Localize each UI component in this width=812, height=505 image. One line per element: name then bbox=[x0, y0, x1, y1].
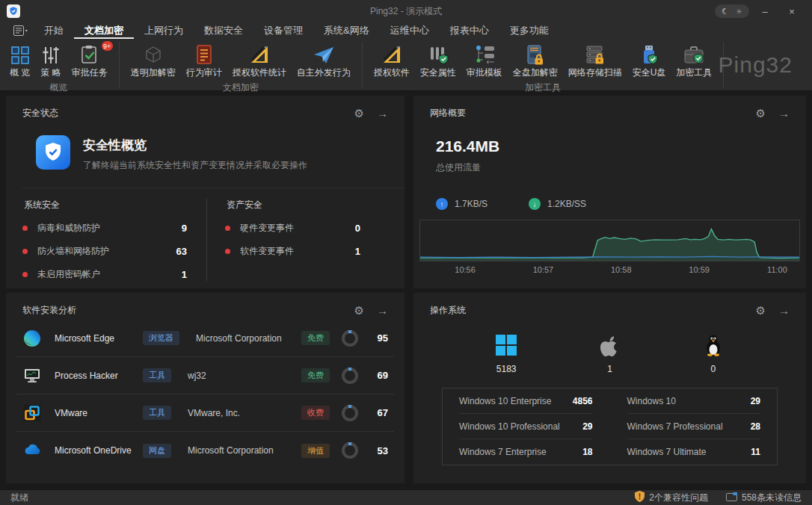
metric-label: 防火墙和网络防护 bbox=[37, 245, 109, 258]
arrow-forward-icon[interactable]: → bbox=[377, 305, 388, 316]
ribbon-separator bbox=[119, 42, 120, 87]
metric-value: 1 bbox=[355, 246, 360, 257]
metric-label: 软件变更事件 bbox=[240, 245, 294, 258]
tab-internet-behavior[interactable]: 上网行为 bbox=[134, 22, 194, 39]
os-version-label: Windows 7 Enterprise bbox=[459, 447, 547, 457]
software-row[interactable]: Microsoft OneDrive 网盘 Microsoft Corporat… bbox=[16, 432, 394, 469]
minimize-button[interactable]: – bbox=[754, 2, 776, 20]
ribbon-authorized-software-button[interactable]: 授权软件 bbox=[369, 41, 415, 80]
sun-icon: ☀ bbox=[736, 7, 742, 16]
menubar: 开始 文档加密 上网行为 数据安全 设备管理 系统&网络 运维中心 报表中心 更… bbox=[0, 22, 812, 39]
tab-device-management[interactable]: 设备管理 bbox=[253, 22, 313, 39]
price-badge: 收费 bbox=[301, 406, 330, 420]
ribbon-security-attributes-button[interactable]: 安全属性 bbox=[415, 41, 461, 80]
ribbon-authorized-software-stats-button[interactable]: 授权软件统计 bbox=[227, 41, 292, 80]
arrow-forward-icon[interactable]: → bbox=[778, 305, 790, 316]
ribbon-button-label: 网络存储扫描 bbox=[568, 66, 622, 79]
ribbon-fulldisk-encryption-button[interactable]: 全盘加解密 bbox=[508, 41, 563, 80]
tab-more-features[interactable]: 更多功能 bbox=[499, 22, 559, 39]
ribbon-transparent-encryption-button[interactable]: 透明加解密 bbox=[126, 41, 181, 80]
ribbon-button-label: 全盘加解密 bbox=[513, 66, 558, 79]
warning-shield-icon bbox=[635, 491, 645, 504]
linux-tux-icon bbox=[704, 333, 722, 357]
gear-icon[interactable]: ⚙ bbox=[354, 108, 364, 119]
ribbon-button-label: 授权软件 bbox=[374, 66, 410, 79]
app-logo-icon[interactable] bbox=[7, 4, 20, 18]
metric-value: 9 bbox=[182, 223, 187, 234]
gear-icon[interactable]: ⚙ bbox=[756, 305, 766, 316]
ribbon-behavior-audit-button[interactable]: 行为审计 bbox=[181, 41, 227, 80]
category-badge: 工具 bbox=[143, 406, 171, 420]
software-score: 69 bbox=[370, 370, 388, 381]
ribbon-approval-template-button[interactable]: 审批模板 bbox=[461, 41, 508, 80]
statusbar: 就绪 2个兼容性问题 558条未读信息 bbox=[0, 489, 812, 505]
ribbon-button-label: 概 览 bbox=[10, 66, 30, 79]
ribbon-button-label: 加密工具 bbox=[676, 66, 712, 79]
red-dot-icon bbox=[225, 226, 230, 231]
ribbon-button-label: 审批模板 bbox=[467, 66, 502, 79]
file-menu-icon[interactable] bbox=[7, 22, 34, 39]
software-score: 95 bbox=[370, 332, 388, 344]
ribbon-group-document-encryption: 透明加解密 行为审计 授权软件统计 自主外发行为 文档加密 bbox=[121, 39, 360, 90]
os-count: 5183 bbox=[496, 364, 517, 374]
metric-row: 硬件变更事件 0 bbox=[225, 222, 380, 235]
message-icon bbox=[726, 492, 737, 504]
arrow-forward-icon[interactable]: → bbox=[377, 108, 388, 119]
tab-report-center[interactable]: 报表中心 bbox=[440, 22, 499, 39]
chart-tick-label: 10:56 bbox=[455, 265, 476, 274]
ribbon-encryption-tools-button[interactable]: 加密工具 bbox=[671, 41, 717, 80]
ribbon-outgoing-behavior-button[interactable]: 自主外发行为 bbox=[292, 41, 356, 80]
tab-data-security[interactable]: 数据安全 bbox=[194, 22, 253, 39]
close-button[interactable]: × bbox=[781, 2, 803, 20]
score-ring-icon bbox=[342, 330, 358, 347]
tab-system-network[interactable]: 系统&网络 bbox=[313, 22, 380, 39]
ribbon-button-label: 审批任务 bbox=[72, 66, 108, 79]
panel-security-status: 安全状态 ⚙ → 安全性概览 了解终端当前系统安全性和资产变更情况并采取必要操作… bbox=[6, 96, 405, 288]
theme-toggle[interactable]: ☾ ☀ bbox=[715, 4, 749, 18]
score-ring-icon bbox=[342, 442, 358, 459]
price-badge: 免费 bbox=[301, 331, 330, 345]
download-speed: ↓ 1.2KB/SS bbox=[529, 198, 586, 210]
ruler-pencil-icon bbox=[249, 42, 270, 65]
gear-icon[interactable]: ⚙ bbox=[756, 108, 766, 119]
metric-value: 0 bbox=[355, 223, 360, 234]
panel-operating-system: 操作系统 ⚙ → 5183 1 bbox=[413, 293, 806, 483]
category-badge: 浏览器 bbox=[143, 331, 179, 345]
panel-network-summary: 网络概要 ⚙ → 216.4MB 总使用流量 ↑ 1.7KB/S ↓ 1.2KB… bbox=[413, 96, 806, 288]
gear-icon[interactable]: ⚙ bbox=[354, 305, 364, 316]
software-row[interactable]: Microsoft Edge 浏览器 Microsoft Corporation… bbox=[16, 320, 394, 357]
ribbon-overview-button[interactable]: 概 览 bbox=[4, 41, 35, 80]
software-row[interactable]: VMware 工具 VMware, Inc. 收费 67 bbox=[16, 394, 394, 432]
red-dot-icon bbox=[22, 226, 28, 231]
tab-document-encryption[interactable]: 文档加密 bbox=[74, 22, 134, 39]
os-table-cell: Windows 10 Enterprise 4856 bbox=[459, 388, 593, 414]
chart-tick-label: 10:58 bbox=[611, 265, 632, 274]
compatibility-issues[interactable]: 2个兼容性问题 bbox=[635, 491, 708, 504]
ribbon-network-storage-scan-button[interactable]: 网络存储扫描 bbox=[563, 41, 627, 80]
ribbon-button-label: 策 略 bbox=[40, 66, 61, 79]
usb-shield-icon bbox=[639, 42, 659, 65]
software-row[interactable]: Process Hacker 工具 wj32 免费 69 bbox=[16, 357, 394, 394]
tab-ops-center[interactable]: 运维中心 bbox=[380, 22, 440, 39]
metric-value: 1 bbox=[182, 269, 187, 280]
column-title: 资产安全 bbox=[227, 199, 380, 211]
approval-tasks-badge: 9+ bbox=[102, 41, 113, 51]
asset-security-column: 资产安全 硬件变更事件 0 软件变更事件 1 bbox=[206, 199, 380, 281]
arrow-forward-icon[interactable]: → bbox=[778, 108, 790, 119]
ribbon-button-label: 行为审计 bbox=[186, 66, 222, 79]
ping32-watermark: Ping32 bbox=[719, 52, 793, 78]
panel-title: 软件安装分析 bbox=[22, 304, 76, 317]
ribbon-strategy-button[interactable]: 策 略 bbox=[35, 41, 66, 80]
metric-label: 病毒和威胁防护 bbox=[37, 222, 100, 235]
software-score: 53 bbox=[370, 445, 388, 456]
os-version-label: Windows 10 Professional bbox=[459, 421, 560, 432]
ssd-lock-icon bbox=[526, 42, 545, 65]
ribbon-group-overview: 概 览 策 略 9+ 审批任务 概览 bbox=[0, 39, 117, 90]
category-badge: 网盘 bbox=[143, 444, 171, 458]
ribbon-secure-usb-button[interactable]: 安全U盘 bbox=[627, 41, 671, 80]
tab-start[interactable]: 开始 bbox=[34, 22, 74, 39]
metric-row: 病毒和威胁防护 9 bbox=[22, 222, 206, 235]
panel-title: 操作系统 bbox=[430, 304, 466, 317]
ribbon-approval-tasks-button[interactable]: 9+ 审批任务 bbox=[67, 41, 113, 80]
unread-messages[interactable]: 558条未读信息 bbox=[726, 491, 802, 504]
